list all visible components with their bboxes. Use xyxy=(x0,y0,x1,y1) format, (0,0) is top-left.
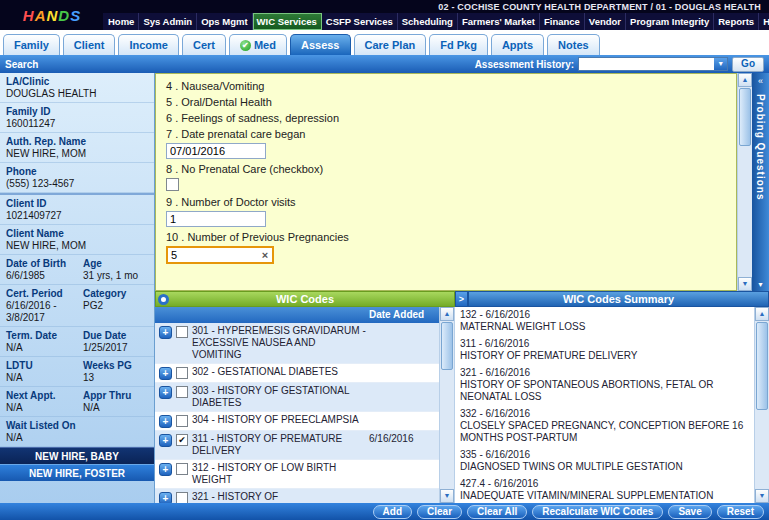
tab-client[interactable]: Client xyxy=(63,34,116,55)
code-checkbox[interactable] xyxy=(176,326,188,338)
menu-ops-mgmt[interactable]: Ops Mgmt xyxy=(197,13,252,30)
main-content: 4 . Nausea/Vomiting 5 . Oral/Dental Heal… xyxy=(155,73,769,503)
scrollbar-track[interactable] xyxy=(738,87,752,277)
add-button[interactable]: Add xyxy=(373,505,412,519)
code-checkbox-checked[interactable]: ✔ xyxy=(176,434,188,446)
table-row: + 301 - HYPEREMESIS GRAVIDARUM - EXCESSI… xyxy=(155,323,439,364)
no-prenatal-care-checkbox[interactable] xyxy=(166,178,179,191)
recalculate-wic-codes-button[interactable]: Recalculate WIC Codes xyxy=(532,505,663,519)
wic-codes-column-headers: Date Added xyxy=(155,307,439,323)
scroll-down-icon[interactable]: ▼ xyxy=(738,277,752,291)
tab-appts[interactable]: Appts xyxy=(491,34,544,55)
scrollbar-thumb[interactable] xyxy=(756,322,768,410)
client-name-label: Client Name xyxy=(6,228,148,240)
add-code-button[interactable]: + xyxy=(159,434,172,447)
tab-med[interactable]: ✔ Med xyxy=(229,34,287,55)
question-no-prenatal-care: 8 . No Prenatal Care (checkbox) xyxy=(166,163,726,175)
scroll-up-icon[interactable]: ▲ xyxy=(738,73,752,87)
code-checkbox[interactable] xyxy=(176,492,188,503)
menu-sys-admin[interactable]: Sys Admin xyxy=(139,13,197,30)
table-row: + ✔ 311 - HISTORY OF PREMATURE DELIVERY … xyxy=(155,431,439,460)
wic-codes-scrollbar[interactable]: ▲ ▼ xyxy=(439,307,454,503)
action-bar: Add Clear Clear All Recalculate WIC Code… xyxy=(0,503,769,520)
add-code-button[interactable]: + xyxy=(159,415,172,428)
tab-notes[interactable]: Notes xyxy=(547,34,600,55)
previous-pregnancies-input[interactable] xyxy=(168,249,258,261)
tab-family[interactable]: Family xyxy=(3,34,60,55)
clear-button[interactable]: Clear xyxy=(417,505,462,519)
expand-summary-button[interactable]: > xyxy=(455,291,468,307)
age-value: 31 yrs, 1 mo xyxy=(83,270,148,282)
code-checkbox[interactable] xyxy=(176,415,188,427)
menu-program-integrity[interactable]: Program Integrity xyxy=(626,13,714,30)
code-checkbox[interactable] xyxy=(176,463,188,475)
go-button[interactable]: Go xyxy=(732,57,764,72)
tab-care-plan[interactable]: Care Plan xyxy=(354,34,427,55)
family-id-label: Family ID xyxy=(6,106,148,118)
scrollbar-track[interactable] xyxy=(440,321,454,489)
date-added-header: Date Added xyxy=(369,307,439,323)
code-checkbox[interactable] xyxy=(176,367,188,379)
scrollbar-thumb[interactable] xyxy=(739,88,751,146)
scroll-up-icon[interactable]: ▲ xyxy=(440,307,454,321)
summary-description: HISTORY OF PREMATURE DELIVERY xyxy=(460,350,749,362)
menu-csfp-services[interactable]: CSFP Services xyxy=(322,13,398,30)
wait-listed-value: N/A xyxy=(6,432,148,444)
wic-codes-summary-header: WIC Codes Summary xyxy=(468,291,769,307)
menu-farmers-market[interactable]: Farmers' Market xyxy=(458,13,540,30)
prenatal-care-date-input[interactable] xyxy=(166,143,266,159)
menu-wic-services[interactable]: WIC Services xyxy=(253,13,322,30)
summary-entry: 335 - 6/16/2016 DIAGNOSED TWINS OR MULTI… xyxy=(460,449,749,473)
clear-all-button[interactable]: Clear All xyxy=(467,505,527,519)
assessment-scrollbar[interactable]: ▲ ▼ xyxy=(737,73,752,291)
member-new-hire-foster[interactable]: NEW HIRE, FOSTER xyxy=(0,464,154,481)
add-code-button[interactable]: + xyxy=(159,326,172,339)
collapse-panel-icon[interactable]: « xyxy=(758,76,763,86)
logo-letter: A xyxy=(35,8,46,23)
tab-label: Family xyxy=(14,39,49,51)
tab-label: Care Plan xyxy=(365,39,416,51)
auth-rep-label: Auth. Rep. Name xyxy=(6,136,148,148)
wic-codes-header: WIC Codes xyxy=(155,291,455,307)
menu-scheduling[interactable]: Scheduling xyxy=(398,13,458,30)
search-toggle[interactable]: Search xyxy=(5,59,38,70)
add-code-button[interactable]: + xyxy=(159,386,172,399)
tab-fd-pkg[interactable]: Fd Pkg xyxy=(429,34,488,55)
assessment-history-select[interactable]: ▼ xyxy=(578,57,728,71)
scroll-down-icon[interactable]: ▼ xyxy=(440,489,454,503)
tab-income[interactable]: Income xyxy=(118,34,179,55)
wic-codes-summary-panel: 132 - 6/16/2016 MATERNAL WEIGHT LOSS 311… xyxy=(455,307,769,503)
menu-home[interactable]: Home xyxy=(104,13,139,30)
menu-vendor[interactable]: Vendor xyxy=(585,13,626,30)
dropdown-arrow-icon[interactable]: ▼ xyxy=(714,58,727,70)
scrollbar-track[interactable] xyxy=(755,321,769,489)
member-new-hire-baby[interactable]: NEW HIRE, BABY xyxy=(0,447,154,464)
code-date: 6/16/2016 xyxy=(369,433,439,445)
menu-help[interactable]: Help xyxy=(759,13,769,30)
probing-questions-tab[interactable]: « Probing Questions ▼ xyxy=(752,73,769,291)
doctor-visits-input[interactable] xyxy=(166,211,266,227)
add-code-button[interactable]: + xyxy=(159,492,172,503)
collapse-wic-codes-icon[interactable] xyxy=(158,294,169,305)
summary-scrollbar[interactable]: ▲ ▼ xyxy=(754,307,769,503)
menu-finance[interactable]: Finance xyxy=(540,13,585,30)
summary-description: INADEQUATE VITAMIN/MINERAL SUPPLEMENTATI… xyxy=(460,490,749,502)
menu-reports[interactable]: Reports xyxy=(714,13,759,30)
reset-button[interactable]: Reset xyxy=(717,505,764,519)
scroll-up-icon[interactable]: ▲ xyxy=(755,307,769,321)
wic-codes-section: WIC Codes > WIC Codes Summary Date Added xyxy=(155,291,769,503)
code-checkbox[interactable] xyxy=(176,386,188,398)
scrollbar-thumb[interactable] xyxy=(441,322,453,370)
summary-code-date: 132 - 6/16/2016 xyxy=(460,309,749,321)
add-code-button[interactable]: + xyxy=(159,367,172,380)
cert-period-label: Cert. Period xyxy=(6,288,71,300)
save-button[interactable]: Save xyxy=(668,505,711,519)
question-oral-dental: 5 . Oral/Dental Health xyxy=(166,96,726,108)
clear-input-icon[interactable]: × xyxy=(258,249,272,261)
tab-assess[interactable]: Assess xyxy=(290,34,351,55)
auth-rep-value: NEW HIRE, MOM xyxy=(6,148,148,160)
add-code-button[interactable]: + xyxy=(159,463,172,476)
wic-codes-summary-title: WIC Codes Summary xyxy=(563,293,674,305)
tab-cert[interactable]: Cert xyxy=(182,34,226,55)
scroll-down-icon[interactable]: ▼ xyxy=(755,489,769,503)
